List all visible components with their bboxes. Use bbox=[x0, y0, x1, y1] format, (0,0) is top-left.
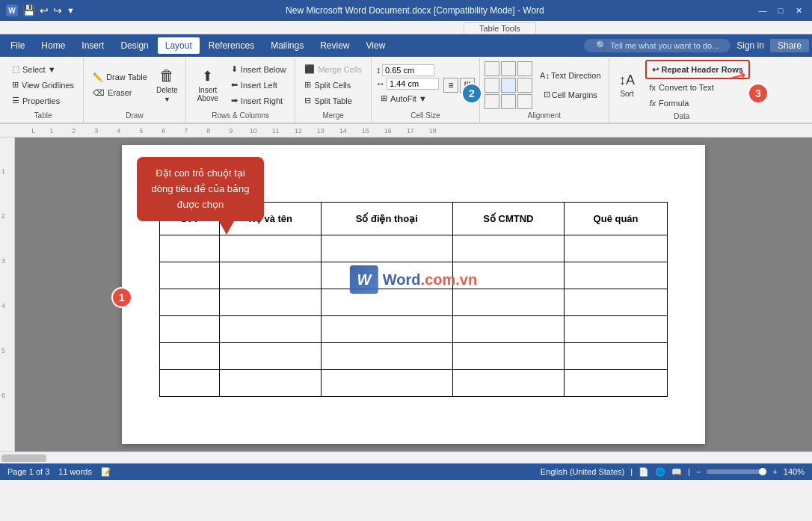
search-box[interactable]: 🔍 Tell me what you want to do... bbox=[584, 39, 731, 52]
sign-in-link[interactable]: Sign in bbox=[736, 40, 764, 51]
align-bot-left-button[interactable] bbox=[485, 94, 499, 109]
zoom-slider-thumb bbox=[759, 468, 766, 475]
title-bar-left: W 💾 ↩ ↪ ▼ bbox=[6, 4, 75, 16]
quick-save[interactable]: 💾 bbox=[22, 4, 35, 16]
alignment-row-1 bbox=[485, 61, 532, 76]
select-button[interactable]: ⬚ Select ▼ bbox=[7, 62, 79, 77]
zoom-slider[interactable] bbox=[707, 469, 766, 474]
zoom-out-button[interactable]: − bbox=[696, 467, 701, 476]
minimize-button[interactable]: — bbox=[755, 3, 770, 18]
insert-below-button[interactable]: ⬇ Insert Below bbox=[227, 62, 291, 77]
menu-layout[interactable]: Layout bbox=[158, 37, 200, 54]
autofit-button[interactable]: ⊞ AutoFit ▼ bbox=[376, 91, 439, 106]
zoom-in-button[interactable]: + bbox=[772, 467, 777, 476]
view-print-icon[interactable]: 📄 bbox=[639, 467, 649, 477]
formula-button[interactable]: fx Formula bbox=[645, 96, 750, 111]
properties-button[interactable]: ☰ Properties bbox=[7, 93, 79, 108]
document-area: 1 2 3 4 5 6 Đặt con trỏ chuột tại dòng t… bbox=[0, 138, 812, 451]
align-bot-center-button[interactable] bbox=[501, 94, 516, 109]
align-top-left-button[interactable] bbox=[485, 61, 499, 76]
eraser-icon: ⌫ bbox=[93, 88, 105, 98]
split-table-button[interactable]: ⊟ Split Table bbox=[300, 93, 366, 108]
menu-design[interactable]: Design bbox=[113, 37, 156, 54]
quick-customize[interactable]: ▼ bbox=[67, 6, 75, 15]
ribbon-row-cell-size: ↕ ↔ ⊞ AutoFit ▼ ≡ ||| bbox=[376, 60, 475, 110]
cell-height-row: ↕ bbox=[376, 64, 439, 76]
quick-undo[interactable]: ↩ bbox=[40, 4, 49, 16]
view-read-icon[interactable]: 📖 bbox=[671, 467, 682, 477]
draw-group-label: Draw bbox=[88, 110, 181, 121]
split-cells-button[interactable]: ⊞ Split Cells bbox=[300, 78, 366, 93]
align-mid-center-button[interactable] bbox=[501, 78, 516, 93]
view-web-icon[interactable]: 🌐 bbox=[655, 467, 665, 477]
merge-cells-icon: ⬛ bbox=[304, 64, 315, 74]
header-que-quan: Quê quán bbox=[565, 203, 668, 235]
distribute-rows-button[interactable]: ≡ bbox=[443, 78, 458, 93]
search-placeholder: Tell me what you want to do... bbox=[610, 41, 719, 50]
align-mid-right-button[interactable] bbox=[517, 78, 532, 93]
sort-icon: ↕A bbox=[619, 73, 635, 88]
page-container: Đặt con trỏ chuột tại dòng tiêu đề của b… bbox=[15, 138, 812, 451]
merge-buttons: ⬛ Merge Cells ⊞ Split Cells ⊟ Split Tabl… bbox=[300, 62, 366, 108]
horizontal-scrollbar[interactable] bbox=[0, 451, 812, 463]
merge-cells-button[interactable]: ⬛ Merge Cells bbox=[300, 62, 366, 77]
insert-left-button[interactable]: ⬅ Insert Left bbox=[227, 78, 291, 93]
share-button[interactable]: Share bbox=[770, 39, 809, 52]
word-domain-text: Word bbox=[383, 271, 421, 288]
ribbon: ⬚ Select ▼ ⊞ View Gridlines ☰ Properties… bbox=[0, 57, 812, 124]
ribbon-group-merge: ⬛ Merge Cells ⊞ Split Cells ⊟ Split Tabl… bbox=[295, 58, 372, 123]
cell-height-input[interactable] bbox=[382, 64, 434, 76]
draw-group-buttons: ✏️ Draw Table ⌫ Eraser bbox=[88, 70, 152, 100]
insert-right-button[interactable]: ➡ Insert Right bbox=[227, 93, 291, 108]
table-row bbox=[160, 343, 668, 370]
callout: Đặt con trỏ chuột tại dòng tiêu đề của b… bbox=[137, 157, 264, 221]
properties-icon: ☰ bbox=[12, 96, 19, 105]
menu-review[interactable]: Review bbox=[313, 37, 357, 54]
maximize-button[interactable]: □ bbox=[773, 3, 788, 18]
align-mid-left-button[interactable] bbox=[485, 78, 499, 93]
menu-insert[interactable]: Insert bbox=[74, 37, 111, 54]
rows-cols-group-label: Rows & Columns bbox=[191, 110, 291, 121]
cell-size-group-label: Cell Size bbox=[376, 110, 475, 121]
cell-margins-button[interactable]: ⊡ Cell Margins bbox=[537, 85, 603, 104]
menu-bar-right: 🔍 Tell me what you want to do... Sign in… bbox=[584, 39, 809, 52]
quick-redo[interactable]: ↪ bbox=[53, 4, 62, 16]
align-top-center-button[interactable] bbox=[501, 61, 516, 76]
cell-width-input[interactable] bbox=[387, 78, 439, 90]
table-row bbox=[160, 235, 668, 262]
table-tools-label: Table Tools bbox=[464, 22, 536, 34]
sort-button[interactable]: ↕A Sort bbox=[614, 66, 641, 105]
draw-table-button[interactable]: ✏️ Draw Table bbox=[88, 70, 152, 84]
eraser-button[interactable]: ⌫ Eraser bbox=[88, 85, 152, 100]
insert-left-icon: ⬅ bbox=[231, 80, 238, 90]
rows-cols-secondary: ⬇ Insert Below ⬅ Insert Left ➡ Insert Ri… bbox=[227, 62, 291, 108]
view-gridlines-button[interactable]: ⊞ View Gridlines bbox=[7, 78, 79, 93]
autofit-icon: ⊞ bbox=[381, 93, 387, 103]
menu-mailings[interactable]: Mailings bbox=[263, 37, 311, 54]
draw-table-icon: ✏️ bbox=[93, 73, 103, 82]
insert-below-icon: ⬇ bbox=[231, 64, 238, 74]
ribbon-row-draw: ✏️ Draw Table ⌫ Eraser 🗑 Delete ▼ bbox=[88, 60, 181, 110]
insert-above-button[interactable]: ⬆ InsertAbove bbox=[191, 66, 225, 105]
language-status: English (United States) bbox=[541, 467, 625, 476]
page: Đặt con trỏ chuột tại dòng tiêu đề của b… bbox=[122, 145, 705, 444]
delete-button[interactable]: 🗑 Delete ▼ bbox=[153, 66, 181, 105]
menu-home[interactable]: Home bbox=[34, 37, 73, 54]
cell-width-row: ↔ bbox=[376, 78, 439, 90]
scrollbar-thumb[interactable] bbox=[1, 454, 46, 462]
header-so-dien-thoai: Số điện thoại bbox=[321, 203, 452, 235]
repeat-header-icon: ↩ bbox=[652, 65, 659, 75]
menu-file[interactable]: File bbox=[3, 37, 32, 54]
proofing-icon: 📝 bbox=[101, 467, 111, 477]
convert-icon: fx bbox=[650, 83, 656, 92]
header-so-cmtnd: Số CMTND bbox=[452, 203, 565, 235]
align-top-right-button[interactable] bbox=[517, 61, 532, 76]
menu-view[interactable]: View bbox=[359, 37, 393, 54]
text-direction-button[interactable]: A↕ Text Direction bbox=[537, 66, 603, 84]
word-count: 11 words bbox=[58, 467, 92, 476]
formula-icon: fx bbox=[650, 99, 656, 108]
merge-group-label: Merge bbox=[300, 110, 366, 121]
close-button[interactable]: ✕ bbox=[791, 3, 806, 18]
align-bot-right-button[interactable] bbox=[517, 94, 532, 109]
menu-references[interactable]: References bbox=[201, 37, 262, 54]
